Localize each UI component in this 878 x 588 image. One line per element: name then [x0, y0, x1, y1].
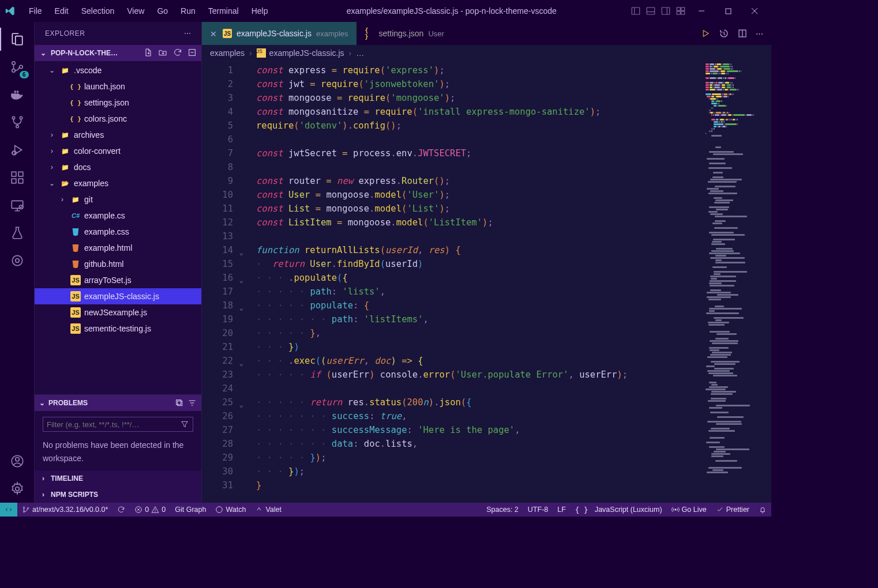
layout-right-icon[interactable]	[661, 6, 671, 16]
tree-item[interactable]: example.css	[35, 224, 201, 240]
close-icon[interactable]: ✕	[210, 29, 218, 37]
tree-item[interactable]: JSexampleJS-classic.js	[35, 288, 201, 304]
new-file-icon[interactable]	[144, 48, 153, 57]
code-content[interactable]: const express = require('express');const…	[240, 61, 702, 503]
tree-item[interactable]: ⌄📂examples	[35, 175, 201, 191]
problems-body: No problems have been detected in the wo…	[35, 411, 201, 470]
breadcrumb-item[interactable]: examples	[210, 48, 245, 58]
fold-icon[interactable]: ⌄	[235, 301, 243, 309]
tree-item-label: .vscode	[74, 66, 102, 75]
activity-source-control[interactable]: 6	[3, 53, 31, 81]
activity-account[interactable]	[3, 447, 31, 475]
tab-bar: ✕JSexampleJS-classic.jsexamples{ }settin…	[202, 22, 771, 45]
collapse-icon[interactable]	[187, 48, 197, 57]
filter-icon[interactable]	[187, 398, 197, 408]
problems-panel: ⌄ PROBLEMS No problems have been detecte…	[35, 394, 201, 470]
collapse-all-icon[interactable]	[175, 398, 184, 408]
menu-file[interactable]: File	[23, 3, 48, 19]
history-icon[interactable]	[719, 28, 729, 39]
minimize-button[interactable]	[689, 2, 714, 20]
editor-tab[interactable]: ✕JSexampleJS-classic.jsexamples	[202, 22, 357, 45]
activity-remote[interactable]	[3, 191, 31, 219]
menu-run[interactable]: Run	[175, 3, 201, 19]
layout-left-icon[interactable]	[631, 6, 641, 16]
funnel-icon[interactable]	[180, 420, 189, 429]
layout-grid-icon[interactable]	[676, 6, 686, 16]
tree-item[interactable]: ›📁archives	[35, 127, 201, 143]
fold-icon[interactable]: ⌄	[235, 356, 243, 364]
tree-item[interactable]: github.html	[35, 256, 201, 272]
menu-edit[interactable]: Edit	[49, 3, 74, 19]
maximize-button[interactable]	[716, 2, 740, 20]
more-icon[interactable]: ⋯	[756, 29, 763, 38]
status-language[interactable]: { } JavaScript (Luxcium)	[571, 503, 667, 517]
tree-item[interactable]: JSarrayToSet.js	[35, 272, 201, 288]
close-button[interactable]	[742, 2, 767, 20]
tree-item[interactable]: ›📁docs	[35, 159, 201, 175]
explorer-section-header[interactable]: ⌄ POP-N-LOCK-THE…	[35, 45, 201, 61]
status-valet[interactable]: Valet	[250, 503, 286, 517]
fold-icon[interactable]: ⌄	[235, 398, 243, 406]
run-icon[interactable]	[700, 28, 711, 39]
tree-item[interactable]: ›📁color-convert	[35, 143, 201, 159]
status-notifications[interactable]	[754, 503, 771, 517]
status-watch[interactable]: Watch	[211, 503, 250, 517]
activity-run-debug[interactable]	[3, 136, 31, 164]
remote-indicator[interactable]	[0, 503, 17, 517]
tree-item[interactable]: ⌄📁.vscode	[35, 62, 201, 78]
activity-lens[interactable]	[3, 247, 31, 274]
svg-rect-20	[14, 91, 16, 93]
layout-bottom-icon[interactable]	[646, 6, 656, 16]
activity-branches[interactable]	[3, 108, 31, 136]
menu-go[interactable]: Go	[151, 3, 174, 19]
explorer-actions	[140, 48, 197, 59]
menu-selection[interactable]: Selection	[76, 3, 121, 19]
sidebar-more-icon[interactable]: ⋯	[184, 29, 192, 37]
status-bar: at/next/v3.32.16/v0.0.0* 0 0 Git Graph W…	[0, 503, 771, 517]
editor-tab[interactable]: { }settings.jsonUser	[357, 22, 453, 45]
menu-terminal[interactable]: Terminal	[202, 3, 245, 19]
activity-docker[interactable]	[3, 81, 31, 108]
status-golive[interactable]: Go Live	[667, 503, 711, 517]
menu-help[interactable]: Help	[246, 3, 274, 19]
tree-item-label: archives	[74, 130, 104, 140]
tree-item[interactable]: { }colors.jsonc	[35, 111, 201, 127]
npm-scripts-header[interactable]: › NPM SCRIPTS	[35, 487, 201, 503]
status-eol[interactable]: LF	[553, 503, 571, 517]
activity-settings[interactable]	[3, 475, 31, 503]
minimap[interactable]	[702, 61, 771, 503]
status-spaces[interactable]: Spaces: 2	[482, 503, 523, 517]
status-encoding[interactable]: UTF-8	[523, 503, 553, 517]
tree-item[interactable]: { }settings.json	[35, 95, 201, 111]
timeline-header[interactable]: › TIMELINE	[35, 470, 201, 487]
tree-item[interactable]: example.html	[35, 240, 201, 256]
breadcrumbs[interactable]: examples›JS exampleJS-classic.js›…	[202, 45, 771, 61]
status-problems[interactable]: 0 0	[130, 503, 170, 517]
menu-view[interactable]: View	[121, 3, 150, 19]
fold-icon[interactable]: ⌄	[235, 273, 243, 281]
svg-rect-4	[662, 7, 670, 14]
tree-item[interactable]: C#example.cs	[35, 208, 201, 224]
fold-icon[interactable]: ⌄	[235, 246, 243, 254]
status-gitgraph[interactable]: Git Graph	[170, 503, 211, 517]
status-sync[interactable]	[112, 503, 130, 517]
problems-message: No problems have been detected in the wo…	[43, 439, 193, 465]
breadcrumb-item[interactable]: JS exampleJS-classic.js	[257, 48, 344, 58]
tree-item[interactable]: { }launch.json	[35, 78, 201, 95]
activity-explorer[interactable]	[3, 25, 31, 53]
activity-extensions[interactable]	[3, 164, 31, 191]
new-folder-icon[interactable]	[158, 48, 167, 57]
problems-header[interactable]: ⌄ PROBLEMS	[35, 395, 201, 411]
refresh-icon[interactable]	[173, 48, 182, 57]
tree-item[interactable]: JSnewJSexample.js	[35, 304, 201, 321]
status-branch[interactable]: at/next/v3.32.16/v0.0.0*	[17, 503, 112, 517]
activity-testing[interactable]	[3, 219, 31, 247]
breadcrumb-item[interactable]: …	[356, 48, 364, 58]
status-prettier[interactable]: Prettier	[711, 503, 754, 517]
tree-item[interactable]: ›📁git	[35, 191, 201, 208]
split-editor-icon[interactable]	[737, 28, 748, 39]
editor-body[interactable]: 1234567891011121314⌄1516⌄1718⌄19202122⌄2…	[202, 61, 771, 503]
problems-filter-input[interactable]	[47, 420, 180, 429]
tree-item[interactable]: JSsementic-testing.js	[35, 321, 201, 337]
problems-filter[interactable]	[43, 417, 193, 432]
